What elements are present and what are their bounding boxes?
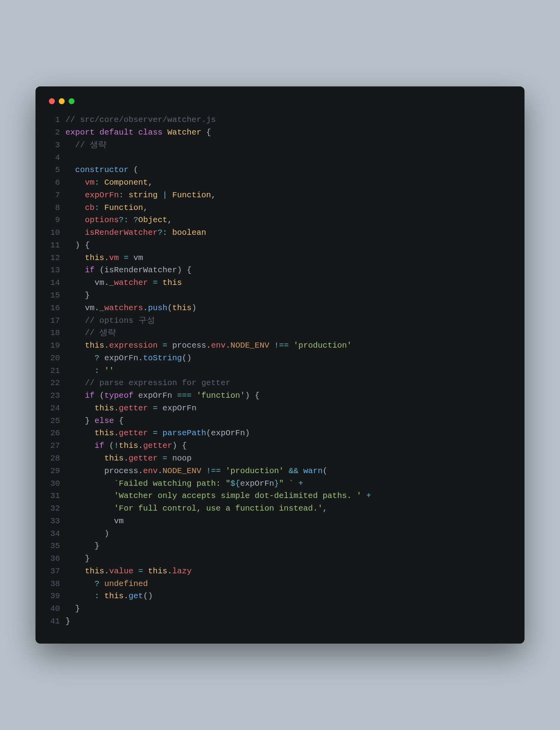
line-content[interactable]: this.expression = process.env.NODE_ENV !…	[65, 339, 513, 352]
code-line[interactable]: 26 this.getter = parsePath(expOrFn)	[47, 427, 513, 440]
code-line[interactable]: 20 ? expOrFn.toString()	[47, 352, 513, 365]
line-content[interactable]: if (typeof expOrFn === 'function') {	[65, 389, 513, 402]
line-content[interactable]: `Failed watching path: "${expOrFn}" ` +	[65, 477, 513, 490]
code-line[interactable]: 6 vm: Component,	[47, 176, 513, 189]
code-line[interactable]: 37 this.value = this.lazy	[47, 565, 513, 578]
line-content[interactable]: }	[65, 552, 513, 565]
line-number: 8	[47, 202, 65, 214]
line-content[interactable]: vm._watcher = this	[65, 277, 513, 289]
line-number: 10	[47, 226, 65, 239]
code-line[interactable]: 36 }	[47, 552, 513, 565]
line-content[interactable]: process.env.NODE_ENV !== 'production' &&…	[65, 465, 513, 477]
code-line[interactable]: 22 // parse expression for getter	[47, 377, 513, 389]
code-line[interactable]: 25 } else {	[47, 415, 513, 427]
line-content[interactable]: } else {	[65, 415, 513, 427]
line-content[interactable]: this.getter = parsePath(expOrFn)	[65, 427, 513, 440]
line-content[interactable]: // src/core/observer/watcher.js	[65, 114, 513, 126]
code-line[interactable]: 9 options?: ?Object,	[47, 214, 513, 226]
code-line[interactable]: 40 }	[47, 603, 513, 615]
line-content[interactable]: }	[65, 540, 513, 552]
code-line[interactable]: 35 }	[47, 540, 513, 552]
line-content[interactable]: this.vm = vm	[65, 252, 513, 264]
line-content[interactable]: : this.get()	[65, 590, 513, 603]
line-content[interactable]: ? undefined	[65, 578, 513, 590]
code-line[interactable]: 31 'Watcher only accepts simple dot-deli…	[47, 490, 513, 502]
line-content[interactable]: export default class Watcher {	[65, 126, 513, 139]
code-line[interactable]: 21 : ''	[47, 365, 513, 377]
line-content[interactable]: }	[65, 289, 513, 302]
code-line[interactable]: 16 vm._watchers.push(this)	[47, 302, 513, 314]
code-window: 1// src/core/observer/watcher.js2export …	[35, 86, 525, 643]
code-line[interactable]: 14 vm._watcher = this	[47, 277, 513, 289]
line-content[interactable]: // options 구성	[65, 314, 513, 327]
code-line[interactable]: 28 this.getter = noop	[47, 452, 513, 465]
code-line[interactable]: 7 expOrFn: string | Function,	[47, 189, 513, 202]
line-content[interactable]	[65, 152, 513, 164]
code-line[interactable]: 10 isRenderWatcher?: boolean	[47, 226, 513, 239]
line-content[interactable]: vm._watchers.push(this)	[65, 302, 513, 314]
code-line[interactable]: 27 if (!this.getter) {	[47, 440, 513, 452]
line-content[interactable]: // parse expression for getter	[65, 377, 513, 389]
line-number: 26	[47, 427, 65, 440]
code-line[interactable]: 41}	[47, 615, 513, 628]
line-content[interactable]: this.getter = expOrFn	[65, 402, 513, 415]
code-line[interactable]: 23 if (typeof expOrFn === 'function') {	[47, 389, 513, 402]
line-content[interactable]: cb: Function,	[65, 202, 513, 214]
line-content[interactable]: expOrFn: string | Function,	[65, 189, 513, 202]
close-icon[interactable]	[49, 98, 55, 104]
code-line[interactable]: 24 this.getter = expOrFn	[47, 402, 513, 415]
minimize-icon[interactable]	[59, 98, 65, 104]
line-content[interactable]: }	[65, 615, 513, 628]
code-editor[interactable]: 1// src/core/observer/watcher.js2export …	[47, 114, 513, 627]
line-content[interactable]: 'For full control, use a function instea…	[65, 502, 513, 515]
line-number: 39	[47, 590, 65, 603]
line-content[interactable]: this.value = this.lazy	[65, 565, 513, 578]
code-line[interactable]: 13 if (isRenderWatcher) {	[47, 264, 513, 277]
code-line[interactable]: 17 // options 구성	[47, 314, 513, 327]
code-line[interactable]: 30 `Failed watching path: "${expOrFn}" `…	[47, 477, 513, 490]
line-number: 1	[47, 114, 65, 126]
code-line[interactable]: 39 : this.get()	[47, 590, 513, 603]
line-content[interactable]: this.getter = noop	[65, 452, 513, 465]
line-content[interactable]: ) {	[65, 239, 513, 252]
code-line[interactable]: 4	[47, 152, 513, 164]
line-content[interactable]: : ''	[65, 365, 513, 377]
line-number: 11	[47, 239, 65, 252]
code-line[interactable]: 19 this.expression = process.env.NODE_EN…	[47, 339, 513, 352]
line-content[interactable]: constructor (	[65, 164, 513, 176]
line-content[interactable]: options?: ?Object,	[65, 214, 513, 226]
code-line[interactable]: 11 ) {	[47, 239, 513, 252]
code-line[interactable]: 34 )	[47, 528, 513, 540]
code-line[interactable]: 18 // 생략	[47, 327, 513, 339]
code-line[interactable]: 1// src/core/observer/watcher.js	[47, 114, 513, 126]
line-content[interactable]: )	[65, 528, 513, 540]
line-content[interactable]: // 생략	[65, 327, 513, 339]
line-content[interactable]: vm	[65, 515, 513, 528]
line-content[interactable]: 'Watcher only accepts simple dot-delimit…	[65, 490, 513, 502]
line-content[interactable]: vm: Component,	[65, 176, 513, 189]
line-number: 17	[47, 314, 65, 327]
maximize-icon[interactable]	[69, 98, 75, 104]
line-content[interactable]: }	[65, 603, 513, 615]
code-line[interactable]: 3 // 생략	[47, 139, 513, 152]
line-number: 33	[47, 515, 65, 528]
code-line[interactable]: 29 process.env.NODE_ENV !== 'production'…	[47, 465, 513, 477]
line-number: 25	[47, 415, 65, 427]
code-line[interactable]: 33 vm	[47, 515, 513, 528]
line-content[interactable]: isRenderWatcher?: boolean	[65, 226, 513, 239]
line-number: 2	[47, 126, 65, 139]
code-line[interactable]: 12 this.vm = vm	[47, 252, 513, 264]
line-content[interactable]: ? expOrFn.toString()	[65, 352, 513, 365]
code-line[interactable]: 15 }	[47, 289, 513, 302]
code-line[interactable]: 5 constructor (	[47, 164, 513, 176]
line-content[interactable]: // 생략	[65, 139, 513, 152]
line-content[interactable]: if (isRenderWatcher) {	[65, 264, 513, 277]
line-number: 32	[47, 502, 65, 515]
code-line[interactable]: 8 cb: Function,	[47, 202, 513, 214]
line-content[interactable]: if (!this.getter) {	[65, 440, 513, 452]
line-number: 18	[47, 327, 65, 339]
code-line[interactable]: 32 'For full control, use a function ins…	[47, 502, 513, 515]
code-line[interactable]: 38 ? undefined	[47, 578, 513, 590]
code-line[interactable]: 2export default class Watcher {	[47, 126, 513, 139]
line-number: 3	[47, 139, 65, 152]
